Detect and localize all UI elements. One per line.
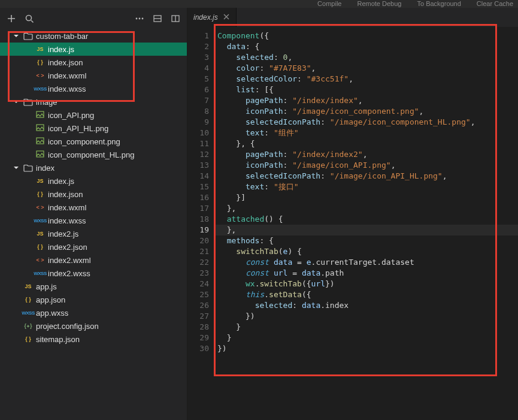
code-line[interactable]: selected: data.index: [215, 300, 518, 311]
tree-file[interactable]: < >index2.wxml: [0, 253, 187, 267]
code-area[interactable]: Component({ data: { selected: 0, color: …: [215, 27, 518, 420]
tree-file[interactable]: icon_component.png: [0, 135, 187, 148]
more-icon[interactable]: [134, 13, 145, 24]
close-icon[interactable]: [223, 13, 230, 22]
tree-item-label: icon_API_HL.png: [48, 124, 108, 133]
tree-file[interactable]: JSindex2.js: [0, 227, 187, 240]
tree-file[interactable]: { }index2.json: [0, 240, 187, 253]
tree-file[interactable]: JSindex.js: [0, 43, 187, 56]
svg-point-3: [142, 18, 144, 20]
panel-toggle-a-icon[interactable]: [152, 13, 163, 24]
code-line[interactable]: }: [215, 333, 518, 343]
tree-item-label: app.json: [36, 295, 65, 304]
tree-item-label: image: [36, 98, 57, 107]
code-line[interactable]: switchTab(e) {: [215, 246, 518, 257]
code-line[interactable]: wx.switchTab({url}): [215, 279, 518, 289]
search-icon[interactable]: [24, 13, 35, 24]
file-type-icon: WXSS: [32, 271, 48, 276]
code-line[interactable]: }, {: [215, 138, 518, 149]
tree-file[interactable]: icon_component_HL.png: [0, 148, 187, 161]
file-type-icon: [32, 111, 48, 119]
tree-file[interactable]: WXSSindex2.wxss: [0, 267, 187, 280]
line-number: 2: [187, 41, 209, 52]
tree-file[interactable]: { }index.json: [0, 188, 187, 201]
workbench: custom-tab-barJSindex.js{ }index.json< >…: [0, 8, 518, 420]
panel-toggle-b-icon[interactable]: [170, 13, 181, 24]
line-number: 13: [187, 160, 209, 171]
tree-file[interactable]: {✦}project.config.json: [0, 319, 187, 333]
topbar-item[interactable]: To Background: [417, 0, 461, 7]
code-line[interactable]: selectedIconPath: "/image/icon_component…: [215, 117, 518, 128]
code-line[interactable]: const data = e.currentTarget.dataset: [215, 257, 518, 268]
tree-file[interactable]: icon_API_HL.png: [0, 122, 187, 135]
editor-tab-label: index.js: [193, 13, 218, 22]
tree-item-label: icon_API.png: [48, 111, 94, 120]
tree-folder[interactable]: index: [0, 161, 187, 174]
code-line[interactable]: pagePath: "/index/index2",: [215, 149, 518, 160]
tree-file[interactable]: WXSSindex.wxss: [0, 214, 187, 227]
tree-folder[interactable]: image: [0, 95, 187, 108]
code-line[interactable]: color: "#7A7E83",: [215, 63, 518, 74]
line-number: 22: [187, 257, 209, 268]
topbar-item[interactable]: Clear Cache: [477, 0, 513, 7]
code-line[interactable]: const url = data.path: [215, 268, 518, 279]
code-line[interactable]: }]: [215, 192, 518, 203]
tree-file[interactable]: WXSSindex.wxss: [0, 82, 187, 95]
topbar-item[interactable]: Compile: [317, 0, 341, 7]
svg-point-2: [139, 18, 141, 20]
code-line[interactable]: iconPath: "/image/icon_component.png",: [215, 106, 518, 117]
code-line[interactable]: selectedColor: "#3cc51f",: [215, 74, 518, 84]
file-type-icon: < >: [32, 204, 48, 210]
code-line[interactable]: text: "组件": [215, 128, 518, 138]
file-type-icon: { }: [32, 244, 48, 250]
tree-item-label: index2.js: [48, 229, 78, 238]
tree-item-label: index.wxml: [48, 71, 86, 80]
tree-file[interactable]: JSapp.js: [0, 280, 187, 293]
code-line[interactable]: text: "接口": [215, 182, 518, 192]
code-line[interactable]: attached() {: [215, 214, 518, 225]
code-line[interactable]: }): [215, 311, 518, 322]
topbar-item[interactable]: Remote Debug: [357, 0, 401, 7]
code-line[interactable]: },: [215, 203, 518, 214]
new-file-icon[interactable]: [6, 13, 17, 24]
tree-file[interactable]: icon_API.png: [0, 108, 187, 122]
line-number: 17: [187, 203, 209, 214]
code-line[interactable]: selectedIconPath: "/image/icon_API_HL.pn…: [215, 171, 518, 182]
tree-item-label: index.js: [48, 177, 74, 186]
line-number: 24: [187, 279, 209, 289]
line-number: 19: [187, 225, 209, 235]
code-line[interactable]: }: [215, 322, 518, 333]
code-line[interactable]: list: [{: [215, 84, 518, 95]
code-editor[interactable]: 1234567891011121314151617181920212223242…: [187, 27, 518, 420]
tree-item-label: icon_component_HL.png: [48, 150, 135, 159]
tree-file[interactable]: { }index.json: [0, 56, 187, 69]
code-line[interactable]: iconPath: "/image/icon_API.png",: [215, 160, 518, 171]
code-line[interactable]: methods: {: [215, 235, 518, 246]
tree-file[interactable]: JSindex.js: [0, 174, 187, 188]
code-line[interactable]: },: [215, 225, 518, 235]
tree-item-label: app.wxss: [36, 309, 68, 318]
file-type-icon: JS: [32, 46, 48, 52]
tree-item-label: icon_component.png: [48, 137, 120, 146]
file-type-icon: WXSS: [32, 218, 48, 223]
tree-file[interactable]: { }sitemap.json: [0, 333, 187, 346]
tree-file[interactable]: { }app.json: [0, 293, 187, 306]
tree-folder[interactable]: custom-tab-bar: [0, 29, 187, 43]
code-line[interactable]: this.setData({: [215, 289, 518, 300]
topbar: Compile Remote Debug To Background Clear…: [0, 0, 518, 8]
tree-file[interactable]: < >index.wxml: [0, 69, 187, 82]
code-line[interactable]: pagePath: "/index/index",: [215, 95, 518, 106]
code-line[interactable]: }): [215, 343, 518, 354]
code-line[interactable]: Component({: [215, 31, 518, 41]
code-line[interactable]: data: {: [215, 41, 518, 52]
file-type-icon: JS: [20, 283, 36, 289]
line-number: 11: [187, 138, 209, 149]
line-number: 8: [187, 106, 209, 117]
tree-file[interactable]: < >index.wxml: [0, 201, 187, 214]
file-type-icon: { }: [32, 191, 48, 197]
file-tree[interactable]: custom-tab-barJSindex.js{ }index.json< >…: [0, 29, 187, 420]
editor-tabbar: index.js: [187, 8, 518, 27]
code-line[interactable]: selected: 0,: [215, 52, 518, 63]
tree-file[interactable]: WXSSapp.wxss: [0, 306, 187, 319]
editor-tab[interactable]: index.js: [187, 8, 237, 27]
